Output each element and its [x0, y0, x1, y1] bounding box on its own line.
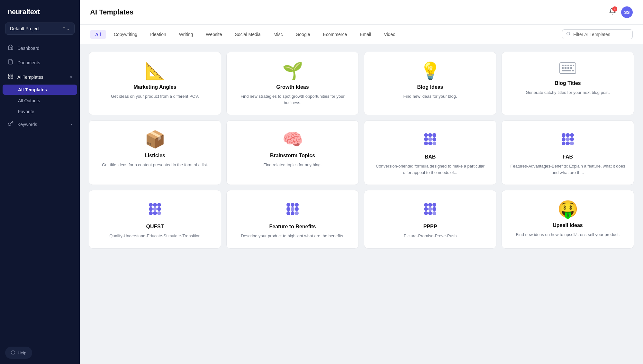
- sidebar-item-favorite[interactable]: Favorite: [3, 106, 77, 117]
- filter-tab-website[interactable]: Website: [201, 30, 227, 39]
- grid-icon: [8, 73, 14, 81]
- svg-point-28: [566, 133, 570, 137]
- card-bab[interactable]: BAB Conversion-oriented formula designed…: [364, 120, 496, 185]
- svg-point-46: [291, 203, 294, 207]
- search-icon: [566, 32, 571, 37]
- card-blog-ideas[interactable]: 💡 Blog Ideas Find new ideas for your blo…: [364, 52, 496, 115]
- svg-point-26: [432, 141, 436, 145]
- card-desc-bab: Conversion-oriented formula designed to …: [372, 163, 488, 176]
- svg-rect-14: [567, 67, 569, 69]
- card-desc-marketing-angles: Get ideas on your product from a differe…: [111, 93, 199, 100]
- card-icon-upsell-ideas: 🤑: [557, 201, 578, 217]
- filter-tab-ideation[interactable]: Ideation: [145, 30, 171, 39]
- svg-point-54: [424, 203, 428, 207]
- chevron-down-icon: ▾: [70, 75, 72, 79]
- svg-point-38: [157, 203, 161, 207]
- svg-point-34: [566, 141, 570, 145]
- card-growth-ideas[interactable]: 🌱 Growth Ideas Find new strategies to sp…: [226, 52, 359, 115]
- card-quest[interactable]: QUEST Qualify-Understand-Educate-Stimula…: [89, 190, 221, 249]
- card-title-marketing-angles: Marketing Angles: [134, 84, 177, 90]
- filter-tab-copywriting[interactable]: Copywriting: [109, 30, 142, 39]
- card-upsell-ideas[interactable]: 🤑 Upsell Ideas Find new ideas on how to …: [502, 190, 634, 249]
- svg-point-47: [295, 203, 299, 207]
- chevron-icon: ⌃ ⌄: [62, 26, 70, 31]
- svg-point-53: [295, 211, 299, 215]
- notification-button[interactable]: 3: [609, 8, 616, 17]
- filter-tab-video[interactable]: Video: [379, 30, 401, 39]
- filter-tab-ecommerce[interactable]: Ecommerce: [318, 30, 352, 39]
- sidebar: neuraltext Default Project ⌃ ⌄ Dashboard…: [0, 0, 80, 364]
- svg-rect-17: [572, 70, 574, 71]
- filter-input[interactable]: [573, 32, 625, 37]
- card-marketing-angles[interactable]: 📐 Marketing Angles Get ideas on your pro…: [89, 52, 221, 115]
- svg-rect-7: [562, 65, 564, 66]
- sidebar-item-documents[interactable]: Documents: [3, 56, 77, 69]
- svg-rect-9: [567, 65, 569, 66]
- card-pppp[interactable]: PPPP Picture-Promise-Prove-Push: [364, 190, 496, 249]
- page-title: AI Templates: [90, 8, 133, 16]
- filter-tab-writing[interactable]: Writing: [174, 30, 198, 39]
- card-title-bab: BAB: [425, 154, 436, 160]
- svg-point-22: [428, 137, 432, 141]
- filter-search-wrap: [562, 29, 633, 39]
- card-icon-marketing-angles: 📐: [145, 62, 166, 79]
- sidebar-item-all-templates[interactable]: All Templates: [3, 85, 77, 95]
- card-desc-growth-ideas: Find new strategies to spot growth oppor…: [234, 93, 351, 106]
- card-title-quest: QUEST: [146, 224, 164, 230]
- sidebar-item-dashboard[interactable]: Dashboard: [3, 41, 77, 55]
- sidebar-item-all-outputs[interactable]: All Outputs: [3, 96, 77, 106]
- header: AI Templates 3 SS: [80, 0, 643, 25]
- svg-point-48: [286, 207, 290, 211]
- svg-rect-13: [565, 67, 566, 69]
- card-icon-feature-to-benefits: [284, 201, 301, 224]
- svg-point-32: [570, 137, 574, 141]
- svg-rect-1: [11, 74, 13, 76]
- svg-point-27: [562, 133, 566, 137]
- filter-tab-misc[interactable]: Misc: [268, 30, 288, 39]
- document-icon: [8, 59, 14, 66]
- svg-point-45: [286, 203, 290, 207]
- card-title-fab: FAB: [563, 154, 573, 160]
- card-fab[interactable]: FAB Features-Advantages-Benefits: Explai…: [502, 120, 634, 185]
- card-icon-brainstorm-topics: 🧠: [282, 131, 303, 148]
- card-feature-to-benefits[interactable]: Feature to Benefits Describe your produc…: [226, 190, 359, 249]
- card-blog-titles[interactable]: Blog Titles Generate catchy titles for y…: [502, 52, 634, 115]
- avatar[interactable]: SS: [621, 6, 633, 18]
- svg-point-25: [428, 141, 432, 145]
- card-brainstorm-topics[interactable]: 🧠 Brainstorm Topics Find related topics …: [226, 120, 359, 185]
- cards-container: 📐 Marketing Angles Get ideas on your pro…: [80, 44, 643, 364]
- card-icon-growth-ideas: 🌱: [282, 62, 303, 79]
- help-button[interactable]: ⓘ Help: [5, 347, 32, 359]
- card-title-listicles: Listicles: [145, 153, 165, 159]
- svg-rect-8: [565, 65, 566, 66]
- card-listicles[interactable]: 📦 Listicles Get title ideas for a conten…: [89, 120, 221, 185]
- svg-point-39: [149, 207, 153, 211]
- card-icon-quest: [147, 201, 163, 224]
- filter-tab-all[interactable]: All: [90, 30, 106, 39]
- svg-point-41: [157, 207, 161, 211]
- card-icon-pppp: [422, 201, 439, 224]
- filter-tab-google[interactable]: Google: [290, 30, 315, 39]
- sidebar-item-keywords[interactable]: Keywords ›: [3, 117, 77, 131]
- home-icon: [8, 44, 14, 52]
- notification-badge: 3: [612, 6, 617, 12]
- documents-label: Documents: [17, 60, 40, 65]
- card-desc-fab: Features-Advantages-Benefits: Explain a …: [510, 163, 626, 176]
- svg-rect-0: [8, 74, 10, 76]
- svg-point-55: [428, 203, 432, 207]
- card-icon-bab: [422, 131, 439, 154]
- filter-tab-social-media[interactable]: Social Media: [230, 30, 266, 39]
- svg-point-36: [149, 203, 153, 207]
- help-label: Help: [18, 350, 26, 355]
- filter-tab-email[interactable]: Email: [355, 30, 376, 39]
- card-desc-pppp: Picture-Promise-Prove-Push: [404, 233, 457, 239]
- svg-point-60: [424, 211, 428, 215]
- project-selector[interactable]: Default Project ⌃ ⌄: [5, 23, 75, 35]
- header-right: 3 SS: [609, 6, 633, 18]
- card-desc-blog-ideas: Find new ideas for your blog.: [403, 93, 457, 100]
- sidebar-item-ai-templates[interactable]: AI Templates ▾: [3, 70, 77, 84]
- svg-point-24: [424, 141, 428, 145]
- svg-point-56: [432, 203, 436, 207]
- svg-point-51: [286, 211, 290, 215]
- svg-point-61: [428, 211, 432, 215]
